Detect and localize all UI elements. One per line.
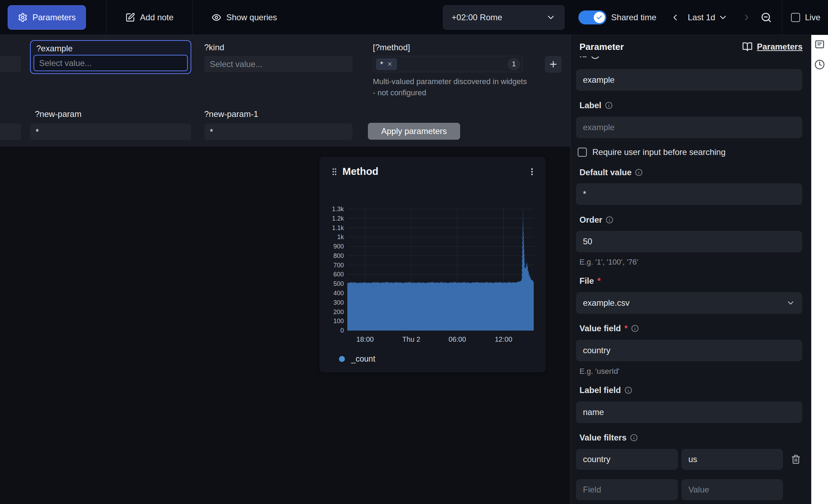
- time-back-button[interactable]: [670, 13, 680, 22]
- param-method-helper: Multi-valued parameter discovered in wid…: [373, 76, 531, 98]
- id-input[interactable]: example: [576, 69, 802, 91]
- filter-value-placeholder: Value: [688, 485, 709, 495]
- info-icon: [590, 57, 600, 59]
- param-new1-input[interactable]: *: [204, 124, 353, 140]
- history-clock-icon[interactable]: [814, 59, 825, 70]
- param-kind-input[interactable]: Select value...: [204, 56, 353, 72]
- filter-field-input[interactable]: country: [576, 449, 678, 470]
- param-new1-name: ?new-param-1: [204, 109, 258, 119]
- zoom-out-button[interactable]: [761, 12, 772, 23]
- legend-dot: [339, 356, 345, 362]
- label-placeholder: example: [583, 123, 615, 132]
- svg-text:100: 100: [333, 318, 344, 325]
- info-icon[interactable]: [606, 216, 613, 224]
- default-value-input[interactable]: *: [576, 183, 802, 205]
- live-control: Live: [791, 13, 820, 22]
- svg-text:500: 500: [333, 280, 344, 287]
- order-input[interactable]: 50: [576, 231, 802, 252]
- filter-delete-button[interactable]: [790, 449, 802, 470]
- method-chart: 01002003004005006007008009001k1.1k1.2k1.…: [319, 195, 546, 349]
- param-example-input[interactable]: Select value...: [34, 55, 188, 71]
- param-method-input[interactable]: * 1: [373, 56, 523, 72]
- filter-field-placeholder: Field: [583, 485, 601, 495]
- param-method-chip: *: [376, 58, 397, 70]
- file-value: example.csv: [583, 298, 629, 308]
- time-range-value: Last 1d: [688, 13, 715, 22]
- value-field-label: Value field *: [579, 323, 639, 334]
- live-checkbox[interactable]: [791, 13, 800, 22]
- chevron-down-icon: [546, 13, 556, 22]
- add-parameter-button[interactable]: [545, 56, 562, 73]
- svg-text:06:00: 06:00: [449, 335, 466, 343]
- param-method-count-badge: 1: [508, 58, 520, 70]
- timezone-select[interactable]: +02:00 Rome: [443, 5, 564, 30]
- filter-field-input-empty[interactable]: Field: [576, 479, 678, 500]
- shared-time-toggle[interactable]: [578, 10, 606, 24]
- chart-legend[interactable]: _count: [339, 354, 375, 364]
- param-new-value: *: [36, 127, 39, 137]
- apply-parameters-button[interactable]: Apply parameters: [368, 123, 460, 140]
- toolbar-divider: [782, 0, 782, 35]
- label-field2-value: name: [583, 407, 604, 417]
- value-field-input[interactable]: country: [576, 340, 802, 361]
- method-widget: Method 01002003004005006007008009001k1.1…: [319, 157, 546, 372]
- require-input-checkbox[interactable]: [578, 148, 587, 157]
- parameters-button[interactable]: Parameters: [8, 5, 86, 30]
- clipped-param-input[interactable]: [0, 124, 21, 140]
- show-queries-button[interactable]: Show queries: [193, 0, 296, 35]
- filter-value-value: us: [688, 454, 697, 464]
- info-icon[interactable]: [605, 102, 613, 109]
- clipped-param-input[interactable]: [0, 56, 21, 72]
- default-value-label: Default value: [579, 167, 643, 178]
- widget-menu-button[interactable]: [527, 167, 537, 176]
- svg-text:800: 800: [333, 252, 344, 259]
- info-icon[interactable]: [624, 386, 632, 394]
- add-note-button[interactable]: Add note: [106, 0, 192, 35]
- value-filters-label: Value filters: [579, 432, 638, 443]
- label-field-label: Label: [579, 100, 613, 111]
- filter-value-input-empty[interactable]: Value: [681, 479, 783, 500]
- right-icon-strip: [811, 35, 828, 504]
- label-field2-input[interactable]: name: [576, 401, 802, 423]
- param-example-control: ?example Select value...: [30, 40, 191, 74]
- trash-icon: [791, 454, 801, 464]
- label-text: Value filters: [579, 433, 627, 443]
- kebab-icon: [527, 167, 537, 176]
- chevron-down-icon: [786, 298, 795, 307]
- time-range-button[interactable]: Last 1d: [688, 13, 728, 22]
- toolbar: Parameters Add note Show queries +02:00 …: [0, 0, 828, 35]
- svg-text:Thu 2: Thu 2: [402, 335, 420, 343]
- chevron-right-icon: [742, 13, 752, 22]
- label-text: Value field: [579, 324, 621, 333]
- param-new-input[interactable]: *: [30, 124, 191, 140]
- plus-icon: [548, 59, 558, 69]
- info-icon[interactable]: [635, 169, 643, 176]
- value-field-value: country: [583, 346, 611, 355]
- order-value: 50: [583, 237, 592, 246]
- svg-text:900: 900: [333, 243, 344, 250]
- properties-panel-icon[interactable]: [814, 39, 825, 50]
- time-forward-button[interactable]: [742, 13, 752, 22]
- svg-text:1k: 1k: [337, 234, 344, 240]
- close-icon[interactable]: [387, 61, 393, 67]
- svg-text:300: 300: [333, 299, 344, 306]
- drag-handle[interactable]: [330, 166, 339, 177]
- label-input[interactable]: example: [576, 117, 802, 138]
- add-note-label: Add note: [140, 13, 173, 22]
- parameter-panel: Parameter Parameters Id example Label ex…: [570, 35, 811, 504]
- file-select[interactable]: example.csv: [576, 292, 802, 314]
- info-icon[interactable]: [630, 434, 638, 442]
- param-kind-name: ?kind: [204, 43, 224, 52]
- id-label-clipped: Id: [579, 57, 600, 63]
- require-input-row: Require user input before searching: [578, 147, 726, 157]
- filter-value-input[interactable]: us: [681, 449, 783, 470]
- svg-text:600: 600: [333, 271, 344, 278]
- info-icon[interactable]: [631, 325, 639, 332]
- widget-title: Method: [342, 166, 378, 177]
- legend-label: _count: [351, 354, 375, 364]
- order-label: Order: [579, 214, 613, 225]
- svg-text:12:00: 12:00: [495, 335, 512, 343]
- zoom-out-icon: [761, 12, 772, 23]
- parameters-docs-link[interactable]: Parameters: [742, 42, 803, 52]
- svg-text:18:00: 18:00: [356, 335, 374, 343]
